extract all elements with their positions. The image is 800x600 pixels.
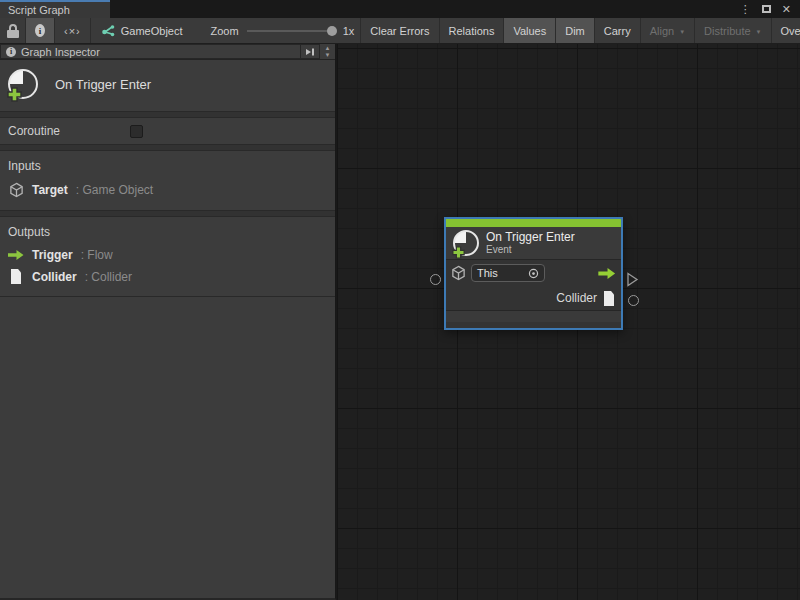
inputs-title: Inputs: [8, 159, 327, 173]
trigger-flow-arrow-icon: [598, 267, 616, 280]
close-icon[interactable]: ✕: [782, 4, 791, 15]
on-trigger-enter-node[interactable]: On Trigger Enter Event This: [444, 217, 623, 330]
collider-document-icon: [8, 269, 24, 284]
distribute-label: Distribute: [704, 25, 750, 37]
graph-toolbar: i ‹×› GameObject Zoom 1x Clear Errors Re…: [0, 18, 800, 44]
object-picker-icon[interactable]: [528, 268, 539, 279]
dock-icon: [305, 47, 315, 57]
zoom-slider-handle[interactable]: [327, 26, 337, 36]
graph-inspector-header: i Graph Inspector ▲ ▼: [0, 44, 335, 60]
values-toggle-button[interactable]: Values: [504, 18, 556, 43]
graph-canvas[interactable]: On Trigger Enter Event This: [337, 44, 800, 600]
list-item: Trigger : Flow: [8, 248, 327, 262]
node-accent-bar: [446, 219, 621, 227]
unit-title: On Trigger Enter: [55, 77, 151, 92]
collider-output-label: Collider: [556, 291, 597, 305]
maximize-icon[interactable]: [762, 5, 771, 13]
node-titles: On Trigger Enter Event: [486, 231, 575, 255]
info-icon: i: [35, 24, 45, 37]
node-footer: [446, 311, 621, 322]
dim-label: Dim: [565, 25, 585, 37]
game-object-cube-icon: [8, 182, 24, 198]
chevron-down-icon: ▼: [679, 29, 685, 35]
target-object-value: This: [477, 267, 524, 279]
event-unit-icon: [8, 69, 38, 99]
node-body: This Collider: [446, 260, 621, 311]
window-controls: ⋮ ✕: [740, 0, 800, 18]
relations-button[interactable]: Relations: [440, 18, 505, 43]
flow-arrow-icon: [8, 249, 24, 261]
coroutine-checkbox[interactable]: [130, 125, 143, 138]
dock-panel-button[interactable]: [301, 44, 320, 59]
info-icon: i: [6, 47, 16, 57]
chevron-down-icon: ▼: [756, 29, 762, 35]
titlebar: Script Graph ⋮ ✕: [0, 0, 800, 18]
node-subtitle: Event: [486, 244, 575, 255]
code-icon: ‹×›: [64, 25, 81, 37]
lock-icon: [7, 24, 19, 38]
panel-scroll-spinner: ▲ ▼: [320, 44, 335, 59]
scroll-up-button[interactable]: ▲: [320, 44, 335, 52]
input-port-target[interactable]: [430, 274, 441, 285]
port-name: Target: [32, 183, 68, 197]
collider-document-icon: [603, 291, 615, 306]
distribute-dropdown-button[interactable]: Distribute ▼: [695, 18, 771, 43]
node-header[interactable]: On Trigger Enter Event: [446, 227, 621, 260]
carry-label: Carry: [604, 25, 631, 37]
code-view-button[interactable]: ‹×›: [55, 18, 91, 43]
node-title: On Trigger Enter: [486, 231, 575, 244]
collider-output-row: Collider: [446, 286, 621, 310]
script-graph-icon: [101, 24, 115, 38]
list-item: Target : Game Object: [8, 182, 327, 198]
unit-inspector-header: On Trigger Enter: [0, 60, 335, 112]
graph-target-label: GameObject: [121, 25, 183, 37]
port-type: : Flow: [81, 248, 113, 262]
coroutine-label: Coroutine: [8, 124, 130, 138]
zoom-control: Zoom 1x: [197, 18, 362, 43]
output-port-collider[interactable]: [628, 295, 639, 306]
graph-inspector-title: Graph Inspector: [21, 46, 100, 58]
output-port-trigger[interactable]: [626, 272, 639, 287]
target-input-row: This: [446, 260, 621, 286]
overview-button[interactable]: Overview: [772, 18, 800, 43]
graph-target-button[interactable]: GameObject: [91, 18, 197, 43]
game-object-cube-icon: [451, 265, 466, 281]
clear-errors-label: Clear Errors: [370, 25, 429, 37]
window-menu-icon[interactable]: ⋮: [740, 4, 751, 15]
outputs-title: Outputs: [8, 225, 327, 239]
port-type: : Game Object: [76, 183, 153, 197]
values-label: Values: [513, 25, 546, 37]
port-name: Collider: [32, 270, 77, 284]
port-type: : Collider: [85, 270, 132, 284]
port-name: Trigger: [32, 248, 73, 262]
zoom-label: Zoom: [211, 25, 239, 37]
overview-label: Overview: [781, 25, 800, 37]
lock-button[interactable]: [0, 18, 26, 43]
zoom-value: 1x: [343, 25, 355, 37]
clear-errors-button[interactable]: Clear Errors: [361, 18, 439, 43]
inputs-section: Inputs Target : Game Object: [0, 151, 335, 211]
carry-toggle-button[interactable]: Carry: [595, 18, 641, 43]
relations-label: Relations: [449, 25, 495, 37]
coroutine-row: Coroutine: [0, 118, 335, 145]
graph-inspector-panel: i Graph Inspector ▲ ▼ On Trigger: [0, 44, 336, 600]
target-object-field[interactable]: This: [471, 264, 545, 282]
event-unit-icon: [453, 230, 479, 256]
align-label: Align: [650, 25, 674, 37]
align-dropdown-button[interactable]: Align ▼: [641, 18, 695, 43]
inspector-toggle-button[interactable]: i: [26, 18, 55, 43]
dim-toggle-button[interactable]: Dim: [556, 18, 595, 43]
outputs-section: Outputs Trigger : Flow Collider : Collid…: [0, 217, 335, 297]
scroll-down-button[interactable]: ▼: [320, 52, 335, 60]
tab-script-graph[interactable]: Script Graph: [0, 0, 110, 18]
zoom-slider[interactable]: [247, 30, 335, 32]
list-item: Collider : Collider: [8, 269, 327, 284]
tab-title: Script Graph: [8, 4, 70, 16]
graph-inspector-titlebox: i Graph Inspector: [0, 44, 301, 59]
unity-visual-scripting-window: Script Graph ⋮ ✕ i ‹×› GameObj: [0, 0, 800, 600]
